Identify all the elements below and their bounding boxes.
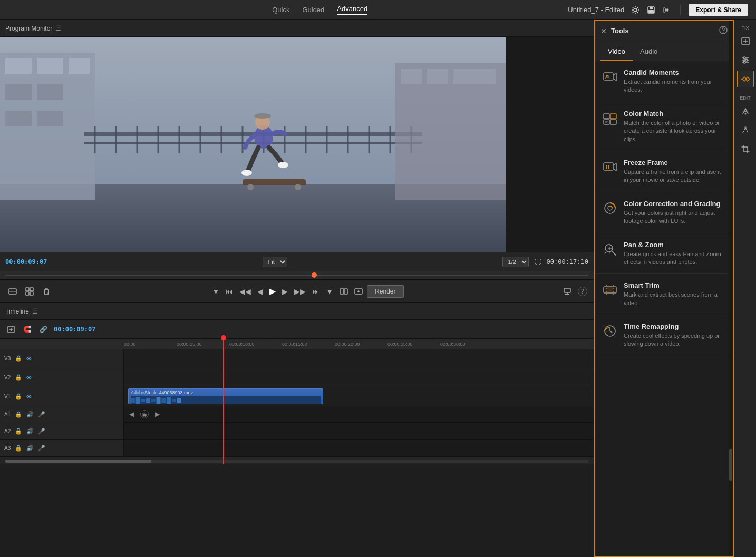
- track-mute-a3[interactable]: 🔊: [26, 445, 34, 452]
- timeline-menu-icon[interactable]: ☰: [32, 308, 38, 315]
- track-lock-v1[interactable]: 🔒: [15, 393, 22, 400]
- step-back-button[interactable]: ⏮: [224, 285, 235, 298]
- track-prev-a1[interactable]: ◀: [129, 411, 134, 418]
- nav-tab-guided[interactable]: Guided: [302, 6, 324, 14]
- track-mic-a1[interactable]: 🎤: [38, 411, 45, 418]
- track-mic-a3[interactable]: 🎤: [38, 445, 45, 452]
- fullscreen-icon[interactable]: ⛶: [533, 257, 542, 267]
- svg-line-7: [637, 7, 638, 7]
- tool-item-freeze-frame[interactable]: Freeze Frame Capture a frame from a clip…: [595, 151, 733, 192]
- split-clip-button[interactable]: [337, 285, 350, 298]
- render-button[interactable]: Render: [367, 285, 403, 298]
- color-match-desc: Match the color of a photo or video or c…: [624, 119, 726, 143]
- track-mic-a2[interactable]: 🎤: [38, 428, 45, 435]
- export-share-button[interactable]: Export & Share: [689, 4, 748, 16]
- svg-point-43: [254, 113, 271, 119]
- timeline-link[interactable]: 🔗: [37, 324, 50, 335]
- tool-item-color-correction[interactable]: Color Correction and Grading Get your co…: [595, 192, 733, 233]
- track-content-a2[interactable]: [124, 423, 594, 439]
- fix-button[interactable]: [737, 33, 754, 50]
- video-clip[interactable]: AdobeStock_449068903.mov: [128, 388, 323, 404]
- crop-button[interactable]: [737, 141, 754, 158]
- monitor-scrubber[interactable]: [0, 271, 594, 279]
- sun-icon[interactable]: [631, 5, 640, 15]
- svg-point-0: [634, 8, 637, 12]
- scroll-thumb[interactable]: [5, 460, 151, 463]
- track-lock-v2[interactable]: 🔒: [15, 374, 22, 381]
- save-icon[interactable]: [646, 5, 656, 15]
- ruler-mark-4: 00:00:20:00: [335, 341, 360, 347]
- tools-title: Tools: [611, 27, 629, 35]
- timeline-title: Timeline: [5, 308, 29, 315]
- ruler-mark-5: 00:00:25:00: [387, 341, 413, 347]
- timeline-header: Timeline ☰: [0, 303, 594, 320]
- effects2-button[interactable]: [737, 122, 754, 139]
- ruler-mark-6: 00:00:30:00: [440, 341, 466, 347]
- tools-scrollbar[interactable]: [729, 21, 733, 556]
- svg-rect-56: [26, 288, 29, 291]
- track-content-v2[interactable]: [124, 368, 594, 387]
- effects-button[interactable]: [737, 103, 754, 120]
- frame-back-button[interactable]: ◀◀: [237, 285, 253, 298]
- tools-scrollbar-thumb[interactable]: [729, 449, 732, 481]
- share-icon[interactable]: [662, 5, 672, 15]
- track-eye-v1[interactable]: 👁: [26, 394, 32, 400]
- svg-rect-53: [474, 69, 496, 84]
- track-lock-a1[interactable]: 🔒: [15, 411, 22, 418]
- track-content-a1[interactable]: ◀ ◉ ▶: [124, 406, 594, 423]
- track-eye-v2[interactable]: 👁: [26, 375, 32, 381]
- tools-header: ✕ Tools: [595, 21, 733, 41]
- help-button[interactable]: ?: [578, 287, 587, 296]
- settings-button[interactable]: [561, 285, 574, 298]
- forward-one-frame-button[interactable]: ▶: [280, 285, 290, 298]
- tools-help-button[interactable]: [719, 26, 728, 36]
- svg-line-6: [637, 12, 638, 12]
- add-marker-button[interactable]: [6, 285, 19, 298]
- track-content-v1[interactable]: AdobeStock_449068903.mov: [124, 387, 594, 406]
- svg-point-111: [743, 57, 745, 59]
- track-content-a3[interactable]: [124, 440, 594, 456]
- track-mute-a1[interactable]: 🔊: [26, 411, 34, 418]
- timeline-scrollbar[interactable]: [0, 457, 594, 464]
- delete-button[interactable]: [40, 285, 53, 298]
- svg-rect-85: [604, 114, 609, 119]
- tab-audio[interactable]: Audio: [633, 45, 665, 61]
- play-button[interactable]: ▶: [267, 284, 278, 298]
- color-correction-desc: Get your colors just right and adjust fo…: [624, 209, 726, 226]
- tab-video[interactable]: Video: [600, 45, 633, 61]
- track-next-a1[interactable]: ▶: [155, 411, 160, 418]
- mark-in-button[interactable]: ▼: [210, 285, 221, 298]
- track-lock-v3[interactable]: 🔒: [15, 355, 22, 362]
- timeline-add-track[interactable]: [5, 324, 17, 335]
- track-mute-a2[interactable]: 🔊: [26, 428, 34, 435]
- tool-item-pan-zoom[interactable]: Pan & Zoom Create quick and easy Pan and…: [595, 233, 733, 275]
- monitor-menu-icon[interactable]: ☰: [55, 25, 61, 32]
- timeline-playhead[interactable]: [223, 338, 224, 464]
- add-clip-button[interactable]: [352, 285, 365, 298]
- track-lock-a2[interactable]: 🔒: [15, 428, 22, 435]
- track-v3: V3 🔒 👁: [0, 349, 594, 368]
- track-eye-v3[interactable]: 👁: [26, 356, 32, 362]
- track-vol-a1[interactable]: ◉: [140, 410, 149, 418]
- tools-toggle-button[interactable]: [737, 71, 754, 87]
- tool-item-time-remapping[interactable]: Time Remapping Create cool effects by sp…: [595, 315, 733, 356]
- scrubber-head[interactable]: [312, 272, 317, 278]
- track-header-a1: A1 🔒 🔊 🎤: [0, 406, 124, 423]
- track-content-v3[interactable]: [124, 349, 594, 368]
- step-forward-button[interactable]: ⏭: [310, 285, 322, 298]
- track-lock-a3[interactable]: 🔒: [15, 445, 22, 452]
- grid-button[interactable]: [23, 285, 36, 298]
- nav-tab-advanced[interactable]: Advanced: [337, 5, 367, 15]
- ratio-dropdown[interactable]: 1/2: [502, 257, 529, 267]
- nav-tab-quick[interactable]: Quick: [272, 6, 289, 14]
- frame-forward-button[interactable]: ▶▶: [292, 285, 308, 298]
- mark-out-button[interactable]: ▼: [324, 285, 335, 298]
- tool-item-color-match[interactable]: Color Match Match the color of a photo o…: [595, 102, 733, 151]
- tool-item-candid-moments[interactable]: Candid Moments Extract candid moments fr…: [595, 61, 733, 102]
- back-one-frame-button[interactable]: ◀: [255, 285, 265, 298]
- timeline-snap[interactable]: 🧲: [21, 324, 33, 335]
- fit-dropdown[interactable]: Fit: [263, 257, 287, 267]
- tools-close-button[interactable]: ✕: [600, 27, 607, 35]
- tool-item-smart-trim[interactable]: Smart Trim Mark and extract best scenes …: [595, 274, 733, 315]
- adjustments-button[interactable]: [737, 52, 754, 69]
